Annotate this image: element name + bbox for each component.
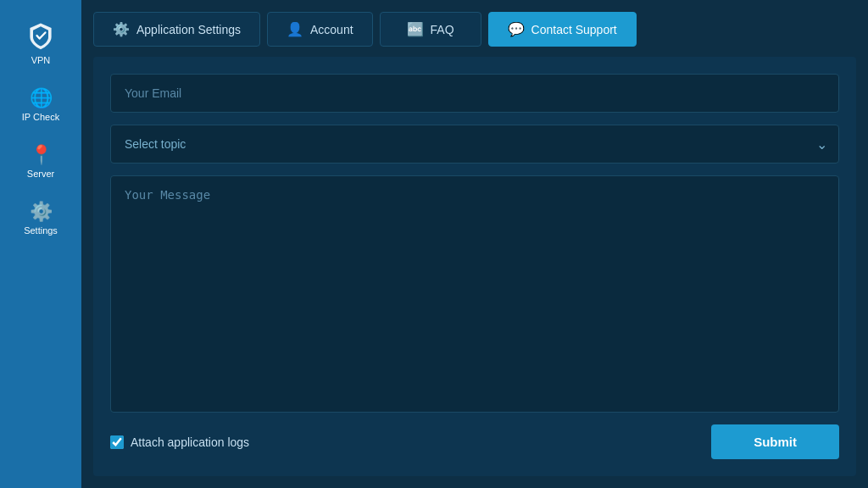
attach-logs-text: Attach application logs: [131, 435, 249, 449]
email-input[interactable]: [110, 74, 839, 113]
sidebar-item-vpn[interactable]: VPN: [0, 8, 81, 77]
sidebar-item-ip-check[interactable]: 🌐 IP Check: [0, 77, 81, 134]
sidebar-ip-label: IP Check: [22, 112, 59, 122]
form-bottom-row: Attach application logs Submit: [110, 424, 839, 459]
sidebar-server-label: Server: [27, 169, 54, 179]
contact-support-panel: Select topic ⌄ Attach application logs S…: [93, 57, 856, 476]
topic-select-wrapper: Select topic ⌄: [110, 125, 839, 164]
main-content: ⚙️ Application Settings 👤 Account 🔤 FAQ …: [81, 0, 868, 488]
topic-select[interactable]: Select topic: [110, 125, 839, 164]
submit-button[interactable]: Submit: [711, 424, 839, 459]
sidebar-item-settings[interactable]: ⚙️ Settings: [0, 191, 81, 247]
message-textarea[interactable]: [110, 175, 839, 413]
tab-faq-label: FAQ: [431, 23, 454, 36]
tab-faq[interactable]: 🔤 FAQ: [380, 12, 481, 47]
account-icon: 👤: [287, 21, 303, 37]
app-settings-icon: ⚙️: [113, 21, 130, 37]
tab-bar: ⚙️ Application Settings 👤 Account 🔤 FAQ …: [93, 12, 856, 47]
tab-account-label: Account: [310, 23, 353, 36]
sidebar-item-server[interactable]: 📍 Server: [0, 134, 81, 191]
tab-account[interactable]: 👤 Account: [267, 12, 373, 47]
gear-icon: ⚙️: [30, 202, 53, 221]
sidebar: VPN 🌐 IP Check 📍 Server ⚙️ Settings: [0, 0, 81, 488]
faq-icon: 🔤: [407, 21, 424, 37]
attach-logs-checkbox[interactable]: [110, 435, 124, 449]
support-icon: 💬: [508, 21, 525, 37]
globe-icon: 🌐: [30, 89, 53, 108]
sidebar-vpn-label: VPN: [31, 55, 51, 65]
sidebar-settings-label: Settings: [24, 225, 58, 236]
tab-app-settings-label: Application Settings: [136, 23, 241, 36]
location-icon: 📍: [30, 146, 53, 164]
tab-contact-support-label: Contact Support: [531, 23, 617, 36]
vpn-shield-icon: [25, 20, 56, 51]
attach-logs-label[interactable]: Attach application logs: [110, 435, 249, 449]
tab-contact-support[interactable]: 💬 Contact Support: [488, 12, 637, 47]
tab-app-settings[interactable]: ⚙️ Application Settings: [93, 12, 260, 47]
